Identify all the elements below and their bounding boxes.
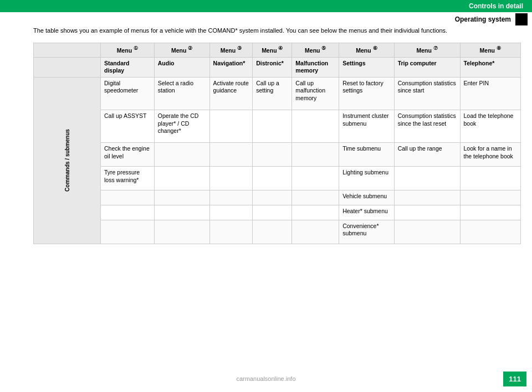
subheader-rotated bbox=[34, 57, 101, 77]
subheader-col3: Naviga­tion* bbox=[209, 57, 253, 77]
row3-col8: Look for a name in the telephone book bbox=[460, 143, 520, 167]
row6-col2 bbox=[154, 205, 209, 220]
menu8-num: ⑧ bbox=[497, 45, 501, 51]
row4-col6: Lighting submenu bbox=[339, 167, 395, 190]
menu3-header: Menu ③ bbox=[209, 43, 253, 57]
menu4-num: ④ bbox=[278, 45, 283, 51]
menu7-header: Menu ⑦ bbox=[394, 43, 460, 57]
row1-col6: Reset to factory settings bbox=[339, 77, 395, 110]
menu1-num: ① bbox=[134, 45, 138, 51]
header-subtitle: Operating system bbox=[0, 13, 532, 25]
row2-col1: Call up ASSYST bbox=[101, 110, 155, 142]
row3-col6: Time submenu bbox=[339, 143, 395, 167]
menu1-header: Menu ① bbox=[101, 43, 155, 57]
row6-col4 bbox=[253, 205, 292, 220]
row1-col2: Select a radio station bbox=[154, 77, 209, 110]
row1-col7: Consumption statistics since start bbox=[394, 77, 460, 110]
page-content: The table shows you an example of menus … bbox=[33, 27, 521, 359]
row1-col4: Call up a setting bbox=[253, 77, 292, 110]
row5-col1 bbox=[101, 190, 155, 205]
menu5-header: Menu ⑤ bbox=[292, 43, 339, 57]
row2-col6: Instrument cluster submenu bbox=[339, 110, 395, 142]
row4-col4 bbox=[253, 167, 292, 190]
table-row: Convenience* submenu bbox=[34, 220, 521, 244]
row7-col3 bbox=[209, 220, 253, 244]
table-row: Heater* submenu bbox=[34, 205, 521, 220]
menu6-header: Menu ⑥ bbox=[339, 43, 395, 57]
row4-col8 bbox=[460, 167, 520, 190]
row2-col8: Load the telephone book bbox=[460, 110, 520, 142]
menu2-header: Menu ② bbox=[154, 43, 209, 57]
subheader-col6: Settings bbox=[339, 57, 395, 77]
header-title: Controls in detail bbox=[0, 0, 532, 12]
main-table: Menu ① Menu ② Menu ③ Menu ④ Menu ⑤ Menu … bbox=[33, 43, 521, 244]
row6-col3 bbox=[209, 205, 253, 220]
menu2-num: ② bbox=[188, 45, 192, 51]
table-row: Commands / submenus Digital speedometer … bbox=[34, 77, 521, 110]
row5-col2 bbox=[154, 190, 209, 205]
row3-col1: Check the engine oil level bbox=[101, 143, 155, 167]
row2-col2: Operate the CD player* / CD changer* bbox=[154, 110, 209, 142]
row2-col3 bbox=[209, 110, 253, 142]
row1-col3: Activate route guidance bbox=[209, 77, 253, 110]
menu6-num: ⑥ bbox=[373, 45, 377, 51]
rotated-label: Commands / submenus bbox=[64, 127, 71, 194]
row2-col5 bbox=[292, 110, 339, 142]
subheader-col4: Distronic* bbox=[253, 57, 292, 77]
subheader-col7: Trip computer bbox=[394, 57, 460, 77]
column-header-row: Menu ① Menu ② Menu ③ Menu ④ Menu ⑤ Menu … bbox=[34, 43, 521, 57]
row3-col5 bbox=[292, 143, 339, 167]
row7-col8 bbox=[460, 220, 520, 244]
intro-text: The table shows you an example of menus … bbox=[33, 27, 521, 35]
row6-col7 bbox=[394, 205, 460, 220]
row3-col3 bbox=[209, 143, 253, 167]
header-black-box bbox=[515, 13, 528, 25]
row1-col1: Digital speedometer bbox=[101, 77, 155, 110]
menu3-num: ③ bbox=[237, 45, 242, 51]
row1-col8: Enter PIN bbox=[460, 77, 520, 110]
row6-col1 bbox=[101, 205, 155, 220]
row5-col7 bbox=[394, 190, 460, 205]
subheader-col5: Malfunc­tion memory bbox=[292, 57, 339, 77]
row3-col7: Call up the range bbox=[394, 143, 460, 167]
menu8-header: Menu ⑧ bbox=[460, 43, 520, 57]
header-subtitle-text: Operating system bbox=[455, 16, 511, 23]
row5-col8 bbox=[460, 190, 520, 205]
menu4-header: Menu ④ bbox=[253, 43, 292, 57]
row7-col1 bbox=[101, 220, 155, 244]
header-bar: Controls in detail Operating system bbox=[0, 0, 532, 25]
table-row: Tyre pressure loss warning* Lighting sub… bbox=[34, 167, 521, 190]
watermark: carmanualsonline.info bbox=[236, 375, 295, 382]
subheader-col2: Audio bbox=[154, 57, 209, 77]
subheader-col8: Telephone* bbox=[460, 57, 520, 77]
row5-col3 bbox=[209, 190, 253, 205]
row6-col6: Heater* submenu bbox=[339, 205, 395, 220]
page-number: 111 bbox=[503, 372, 526, 386]
rotated-label-cell: Commands / submenus bbox=[34, 77, 101, 244]
row7-col2 bbox=[154, 220, 209, 244]
table-row: Vehicle submenu bbox=[34, 190, 521, 205]
row4-col2 bbox=[154, 167, 209, 190]
row4-col1: Tyre pressure loss warning* bbox=[101, 167, 155, 190]
row6-col8 bbox=[460, 205, 520, 220]
subheader-row: Standard display Audio Naviga­tion* Dist… bbox=[34, 57, 521, 77]
row5-col6: Vehicle submenu bbox=[339, 190, 395, 205]
menu7-num: ⑦ bbox=[433, 45, 438, 51]
row5-col4 bbox=[253, 190, 292, 205]
row3-col4 bbox=[253, 143, 292, 167]
row7-col5 bbox=[292, 220, 339, 244]
subheader-col1: Standard display bbox=[101, 57, 155, 77]
rotated-col-header bbox=[34, 43, 101, 57]
row2-col4 bbox=[253, 110, 292, 142]
row7-col7 bbox=[394, 220, 460, 244]
row7-col6: Convenience* submenu bbox=[339, 220, 395, 244]
row2-col7: Consumption statistics since the last re… bbox=[394, 110, 460, 142]
table-row: Check the engine oil level Time submenu … bbox=[34, 143, 521, 167]
row4-col5 bbox=[292, 167, 339, 190]
row5-col5 bbox=[292, 190, 339, 205]
table-row: Call up ASSYST Operate the CD player* / … bbox=[34, 110, 521, 142]
row6-col5 bbox=[292, 205, 339, 220]
row4-col3 bbox=[209, 167, 253, 190]
row7-col4 bbox=[253, 220, 292, 244]
row3-col2 bbox=[154, 143, 209, 167]
